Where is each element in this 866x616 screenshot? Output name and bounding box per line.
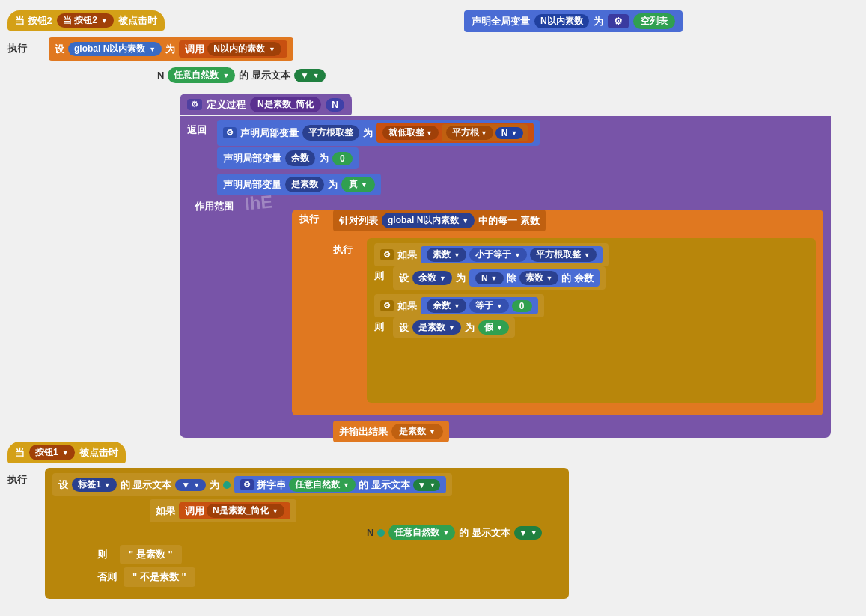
display-text-concat-pill[interactable]: ▼ <box>413 479 441 491</box>
gear-if2-icon: ⚙ <box>380 300 394 311</box>
declare-global-block: 声明全局变量 N以内素数 为 ⚙ 空列表 <box>464 10 683 32</box>
any-natural-pill[interactable]: 任意自然数 <box>168 67 235 83</box>
n-isprime-simplified-pill[interactable]: N是素数_简化 <box>207 504 284 518</box>
set-label1-block: 设 标签1 的 显示文本 ▼ 为 ⚙ 拼字串 任意自然数 的 显示文本 ▼ <box>52 473 452 496</box>
n-param-pill: N <box>326 98 344 112</box>
rem-set-pill[interactable]: 余数 <box>412 271 452 285</box>
call3-label: 调用 <box>185 504 204 518</box>
define-proc-header: ⚙ 定义过程 N是素数_简化 N <box>180 94 352 115</box>
then2-label: 则 <box>374 320 384 334</box>
to-label: 为 <box>165 43 175 56</box>
button2-pill[interactable]: 当 按钮2 <box>57 13 114 28</box>
concat-label: 拼字串 <box>257 478 286 492</box>
prime-var-pill[interactable]: 素数 <box>427 248 466 262</box>
proc-name-pill: N是素数_简化 <box>250 97 321 112</box>
display3-pill[interactable]: ▼ <box>514 526 542 540</box>
gear-sqrt-icon: ⚙ <box>223 127 237 138</box>
when-button1-block: 当 按钮1 被点击时 <box>7 442 126 463</box>
not-prime-str-label: " 不是素数 " <box>132 571 186 582</box>
n-elements-func-pill[interactable]: N以内的素数 <box>207 42 281 56</box>
for5-label: 为 <box>456 272 466 285</box>
gear-icon: ⚙ <box>608 14 629 28</box>
is-prime-str-label: " 是素数 " <box>129 549 173 560</box>
any-natural3-pill[interactable]: 任意自然数 <box>388 525 455 540</box>
declare-rem-label: 声明局部变量 <box>223 152 281 165</box>
set-remainder-block: 设 余数 为 N 除 素数 的 余数 <box>393 266 606 290</box>
for4-label: 为 <box>328 178 338 192</box>
is-prime-set-pill[interactable]: 是素数 <box>412 320 461 335</box>
call-isprime-block: 调用 N是素数_简化 <box>179 502 290 519</box>
clicked-label: 被点击时 <box>118 14 157 28</box>
if-call-block: 如果 调用 N是素数_简化 <box>150 499 296 522</box>
prime-mod-pill[interactable]: 素数 <box>519 271 559 285</box>
display-prop-pill[interactable]: ▼ <box>175 479 206 491</box>
zero2-pill: 0 <box>512 300 532 312</box>
execute2-label: 执行 <box>299 213 319 226</box>
n-elements-var-pill: N以内素数 <box>534 14 589 28</box>
false-val-pill[interactable]: 假 <box>478 320 509 335</box>
label1-pill[interactable]: 标签1 <box>72 478 117 492</box>
equals-pill[interactable]: 等于 <box>469 299 509 313</box>
sqrt-int-pill: 平方根取整 <box>302 125 359 141</box>
output-block: 并输出结果 是素数 <box>333 421 449 442</box>
for6-label: 为 <box>465 321 475 335</box>
set-rem-label: 设 <box>399 272 409 285</box>
concat-block: ⚙ 拼字串 任意自然数 的 显示文本 ▼ <box>234 476 446 493</box>
gear-if1-icon: ⚙ <box>380 249 394 260</box>
declare-global-label: 声明全局变量 <box>472 15 530 28</box>
condition-block: 素数 小于等于 平方根取整 <box>421 246 603 263</box>
for7-label: 为 <box>210 478 219 492</box>
display-text-label: 的 显示文本 <box>239 69 290 82</box>
global-n-elements-for-pill[interactable]: global N以内素数 <box>382 213 475 228</box>
any-natural2-pill[interactable]: 任意自然数 <box>289 478 356 492</box>
else-label: 否则 <box>97 570 117 584</box>
declare-sqrt-block: ⚙ 声明局部变量 平方根取整 为 就低取整 平方根 N <box>217 120 540 146</box>
if1-label: 如果 <box>397 248 417 262</box>
empty-list-pill: 空列表 <box>633 13 675 29</box>
n-natural2-row: N 任意自然数 的 显示文本 ▼ <box>367 525 542 540</box>
display-text-pill[interactable]: ▼ <box>294 69 326 82</box>
then1-label: 则 <box>374 269 384 283</box>
gear-concat-icon: ⚙ <box>240 479 254 490</box>
display-text-concat-label: 的 显示文本 <box>359 478 410 492</box>
mod-label: 的 余数 <box>561 272 594 285</box>
when-button2-block: 当 按钮2 当 按钮2 被点击时 <box>7 10 165 31</box>
floor-block: 就低取整 平方根 N <box>376 123 534 143</box>
if1-block: ⚙ 如果 素数 小于等于 平方根取整 <box>374 243 609 266</box>
declare-local-label: 声明局部变量 <box>240 126 299 140</box>
set-isprime-false-block: 设 是素数 为 假 <box>393 317 515 338</box>
global-n-elements-pill[interactable]: global N以内素数 <box>68 42 162 56</box>
sqrt-pill[interactable]: 平方根 <box>446 126 493 140</box>
if-call-label: 如果 <box>156 504 175 518</box>
true-pill[interactable]: 真 <box>341 177 375 192</box>
less-equal-pill[interactable]: 小于等于 <box>469 248 527 262</box>
if2-label: 如果 <box>397 299 417 313</box>
execute3-label: 执行 <box>333 243 353 257</box>
rem-if2-pill[interactable]: 余数 <box>427 299 466 313</box>
n-natural-row: N 任意自然数 的 显示文本 ▼ <box>157 67 326 83</box>
button1-pill[interactable]: 按钮1 <box>29 445 75 460</box>
set-label: 设 <box>55 43 64 56</box>
sqrt-int-var-pill[interactable]: 平方根取整 <box>530 248 597 262</box>
each-prime-label: 中的每一 素数 <box>478 214 540 228</box>
output-isprime-pill[interactable]: 是素数 <box>391 424 443 439</box>
scope-label: 作用范围 <box>195 200 234 213</box>
n-sqrt-pill[interactable]: N <box>495 127 524 139</box>
is-prime-pill: 是素数 <box>285 177 324 192</box>
n-mod-pill[interactable]: N <box>475 272 504 284</box>
for3-label: 为 <box>319 152 329 165</box>
return-label: 返回 <box>187 123 207 137</box>
call-label: 调用 <box>185 43 204 56</box>
n-label: N <box>157 70 164 81</box>
zero-pill: 0 <box>332 152 353 165</box>
set-isprime-label: 设 <box>399 321 409 335</box>
when-label: 当 按钮2 <box>15 14 52 28</box>
display3-label: 的 显示文本 <box>459 526 510 540</box>
declare-remainder-block: 声明局部变量 余数 为 0 <box>217 147 359 169</box>
display-prop-label: 的 显示文本 <box>121 478 172 492</box>
is-prime-str-block: " 是素数 " <box>120 545 182 564</box>
floor-pill[interactable]: 就低取整 <box>382 126 439 140</box>
if2-block: ⚙ 如果 余数 等于 0 <box>374 294 544 317</box>
call-n-elements-block: 调用 N以内的素数 <box>179 40 287 58</box>
then3-label: 则 <box>97 548 107 561</box>
